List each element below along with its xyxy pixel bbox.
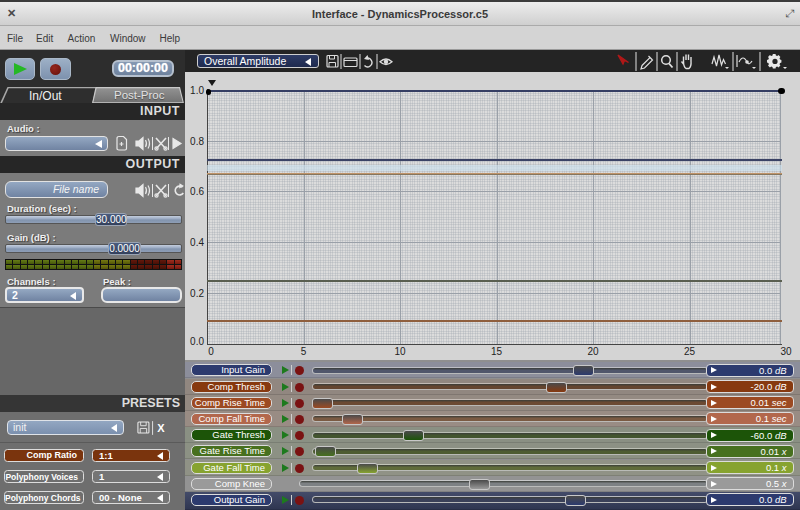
svg-text:X: X	[157, 422, 165, 434]
